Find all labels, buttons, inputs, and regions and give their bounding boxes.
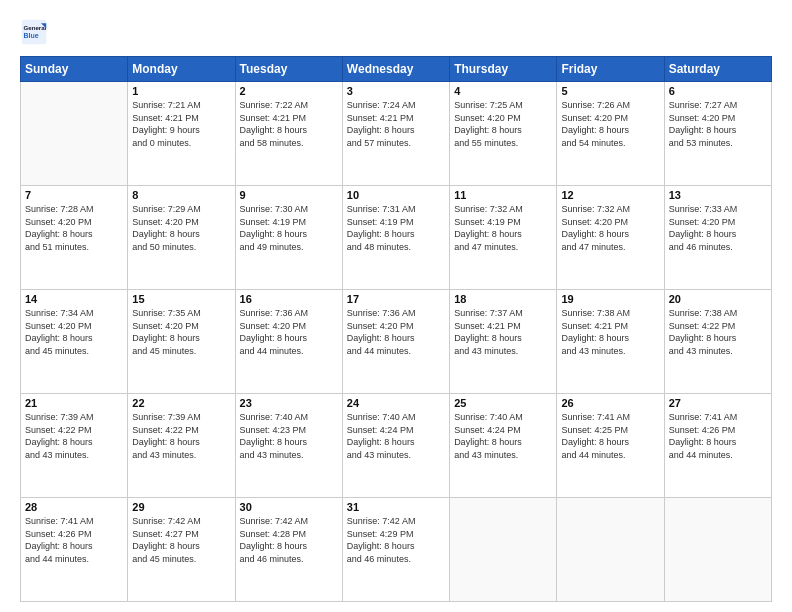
- day-info: Sunrise: 7:22 AM Sunset: 4:21 PM Dayligh…: [240, 99, 338, 149]
- day-info: Sunrise: 7:40 AM Sunset: 4:23 PM Dayligh…: [240, 411, 338, 461]
- calendar-cell: 16Sunrise: 7:36 AM Sunset: 4:20 PM Dayli…: [235, 290, 342, 394]
- header: General Blue: [20, 18, 772, 46]
- calendar-cell: 6Sunrise: 7:27 AM Sunset: 4:20 PM Daylig…: [664, 82, 771, 186]
- page: General Blue SundayMondayTuesdayWednesda…: [0, 0, 792, 612]
- day-number: 20: [669, 293, 767, 305]
- day-info: Sunrise: 7:41 AM Sunset: 4:26 PM Dayligh…: [669, 411, 767, 461]
- calendar-cell: 28Sunrise: 7:41 AM Sunset: 4:26 PM Dayli…: [21, 498, 128, 602]
- col-header-thursday: Thursday: [450, 57, 557, 82]
- day-info: Sunrise: 7:36 AM Sunset: 4:20 PM Dayligh…: [347, 307, 445, 357]
- day-number: 17: [347, 293, 445, 305]
- day-number: 11: [454, 189, 552, 201]
- calendar-cell: 13Sunrise: 7:33 AM Sunset: 4:20 PM Dayli…: [664, 186, 771, 290]
- day-number: 14: [25, 293, 123, 305]
- calendar-week-1: 1Sunrise: 7:21 AM Sunset: 4:21 PM Daylig…: [21, 82, 772, 186]
- day-info: Sunrise: 7:34 AM Sunset: 4:20 PM Dayligh…: [25, 307, 123, 357]
- day-number: 16: [240, 293, 338, 305]
- day-number: 31: [347, 501, 445, 513]
- day-info: Sunrise: 7:37 AM Sunset: 4:21 PM Dayligh…: [454, 307, 552, 357]
- day-info: Sunrise: 7:35 AM Sunset: 4:20 PM Dayligh…: [132, 307, 230, 357]
- day-info: Sunrise: 7:39 AM Sunset: 4:22 PM Dayligh…: [132, 411, 230, 461]
- calendar-cell: 14Sunrise: 7:34 AM Sunset: 4:20 PM Dayli…: [21, 290, 128, 394]
- day-number: 18: [454, 293, 552, 305]
- day-info: Sunrise: 7:42 AM Sunset: 4:29 PM Dayligh…: [347, 515, 445, 565]
- day-info: Sunrise: 7:31 AM Sunset: 4:19 PM Dayligh…: [347, 203, 445, 253]
- calendar-cell: 31Sunrise: 7:42 AM Sunset: 4:29 PM Dayli…: [342, 498, 449, 602]
- calendar-cell: 22Sunrise: 7:39 AM Sunset: 4:22 PM Dayli…: [128, 394, 235, 498]
- day-info: Sunrise: 7:42 AM Sunset: 4:28 PM Dayligh…: [240, 515, 338, 565]
- calendar-cell: 5Sunrise: 7:26 AM Sunset: 4:20 PM Daylig…: [557, 82, 664, 186]
- day-number: 9: [240, 189, 338, 201]
- day-number: 5: [561, 85, 659, 97]
- calendar-cell: 1Sunrise: 7:21 AM Sunset: 4:21 PM Daylig…: [128, 82, 235, 186]
- col-header-sunday: Sunday: [21, 57, 128, 82]
- calendar-cell: 15Sunrise: 7:35 AM Sunset: 4:20 PM Dayli…: [128, 290, 235, 394]
- day-number: 10: [347, 189, 445, 201]
- day-info: Sunrise: 7:26 AM Sunset: 4:20 PM Dayligh…: [561, 99, 659, 149]
- day-number: 13: [669, 189, 767, 201]
- calendar-cell: 12Sunrise: 7:32 AM Sunset: 4:20 PM Dayli…: [557, 186, 664, 290]
- col-header-tuesday: Tuesday: [235, 57, 342, 82]
- day-number: 2: [240, 85, 338, 97]
- day-info: Sunrise: 7:38 AM Sunset: 4:21 PM Dayligh…: [561, 307, 659, 357]
- day-info: Sunrise: 7:28 AM Sunset: 4:20 PM Dayligh…: [25, 203, 123, 253]
- calendar-cell: 10Sunrise: 7:31 AM Sunset: 4:19 PM Dayli…: [342, 186, 449, 290]
- day-number: 25: [454, 397, 552, 409]
- day-number: 12: [561, 189, 659, 201]
- calendar-cell: 21Sunrise: 7:39 AM Sunset: 4:22 PM Dayli…: [21, 394, 128, 498]
- calendar-cell: 18Sunrise: 7:37 AM Sunset: 4:21 PM Dayli…: [450, 290, 557, 394]
- calendar-cell: [21, 82, 128, 186]
- day-info: Sunrise: 7:40 AM Sunset: 4:24 PM Dayligh…: [454, 411, 552, 461]
- day-number: 30: [240, 501, 338, 513]
- day-info: Sunrise: 7:36 AM Sunset: 4:20 PM Dayligh…: [240, 307, 338, 357]
- day-number: 4: [454, 85, 552, 97]
- calendar-cell: 17Sunrise: 7:36 AM Sunset: 4:20 PM Dayli…: [342, 290, 449, 394]
- day-info: Sunrise: 7:30 AM Sunset: 4:19 PM Dayligh…: [240, 203, 338, 253]
- day-number: 29: [132, 501, 230, 513]
- day-number: 27: [669, 397, 767, 409]
- calendar-cell: 29Sunrise: 7:42 AM Sunset: 4:27 PM Dayli…: [128, 498, 235, 602]
- calendar-week-4: 21Sunrise: 7:39 AM Sunset: 4:22 PM Dayli…: [21, 394, 772, 498]
- day-number: 26: [561, 397, 659, 409]
- day-number: 15: [132, 293, 230, 305]
- calendar-cell: [450, 498, 557, 602]
- day-info: Sunrise: 7:41 AM Sunset: 4:25 PM Dayligh…: [561, 411, 659, 461]
- col-header-wednesday: Wednesday: [342, 57, 449, 82]
- day-info: Sunrise: 7:32 AM Sunset: 4:20 PM Dayligh…: [561, 203, 659, 253]
- calendar-week-3: 14Sunrise: 7:34 AM Sunset: 4:20 PM Dayli…: [21, 290, 772, 394]
- day-info: Sunrise: 7:33 AM Sunset: 4:20 PM Dayligh…: [669, 203, 767, 253]
- calendar-cell: 2Sunrise: 7:22 AM Sunset: 4:21 PM Daylig…: [235, 82, 342, 186]
- day-number: 8: [132, 189, 230, 201]
- col-header-saturday: Saturday: [664, 57, 771, 82]
- day-number: 6: [669, 85, 767, 97]
- calendar-cell: 27Sunrise: 7:41 AM Sunset: 4:26 PM Dayli…: [664, 394, 771, 498]
- day-info: Sunrise: 7:38 AM Sunset: 4:22 PM Dayligh…: [669, 307, 767, 357]
- calendar-cell: 8Sunrise: 7:29 AM Sunset: 4:20 PM Daylig…: [128, 186, 235, 290]
- day-info: Sunrise: 7:32 AM Sunset: 4:19 PM Dayligh…: [454, 203, 552, 253]
- calendar-cell: 30Sunrise: 7:42 AM Sunset: 4:28 PM Dayli…: [235, 498, 342, 602]
- calendar-cell: 19Sunrise: 7:38 AM Sunset: 4:21 PM Dayli…: [557, 290, 664, 394]
- calendar-cell: [557, 498, 664, 602]
- calendar-cell: 11Sunrise: 7:32 AM Sunset: 4:19 PM Dayli…: [450, 186, 557, 290]
- day-info: Sunrise: 7:39 AM Sunset: 4:22 PM Dayligh…: [25, 411, 123, 461]
- day-info: Sunrise: 7:41 AM Sunset: 4:26 PM Dayligh…: [25, 515, 123, 565]
- day-info: Sunrise: 7:24 AM Sunset: 4:21 PM Dayligh…: [347, 99, 445, 149]
- calendar-week-5: 28Sunrise: 7:41 AM Sunset: 4:26 PM Dayli…: [21, 498, 772, 602]
- calendar-table: SundayMondayTuesdayWednesdayThursdayFrid…: [20, 56, 772, 602]
- day-info: Sunrise: 7:42 AM Sunset: 4:27 PM Dayligh…: [132, 515, 230, 565]
- col-header-monday: Monday: [128, 57, 235, 82]
- calendar-cell: 4Sunrise: 7:25 AM Sunset: 4:20 PM Daylig…: [450, 82, 557, 186]
- calendar-cell: 7Sunrise: 7:28 AM Sunset: 4:20 PM Daylig…: [21, 186, 128, 290]
- calendar-cell: 3Sunrise: 7:24 AM Sunset: 4:21 PM Daylig…: [342, 82, 449, 186]
- day-number: 19: [561, 293, 659, 305]
- calendar-week-2: 7Sunrise: 7:28 AM Sunset: 4:20 PM Daylig…: [21, 186, 772, 290]
- logo: General Blue: [20, 18, 52, 46]
- col-header-friday: Friday: [557, 57, 664, 82]
- calendar-cell: 26Sunrise: 7:41 AM Sunset: 4:25 PM Dayli…: [557, 394, 664, 498]
- day-number: 28: [25, 501, 123, 513]
- calendar-cell: 24Sunrise: 7:40 AM Sunset: 4:24 PM Dayli…: [342, 394, 449, 498]
- day-number: 23: [240, 397, 338, 409]
- calendar-cell: 25Sunrise: 7:40 AM Sunset: 4:24 PM Dayli…: [450, 394, 557, 498]
- day-number: 24: [347, 397, 445, 409]
- day-number: 21: [25, 397, 123, 409]
